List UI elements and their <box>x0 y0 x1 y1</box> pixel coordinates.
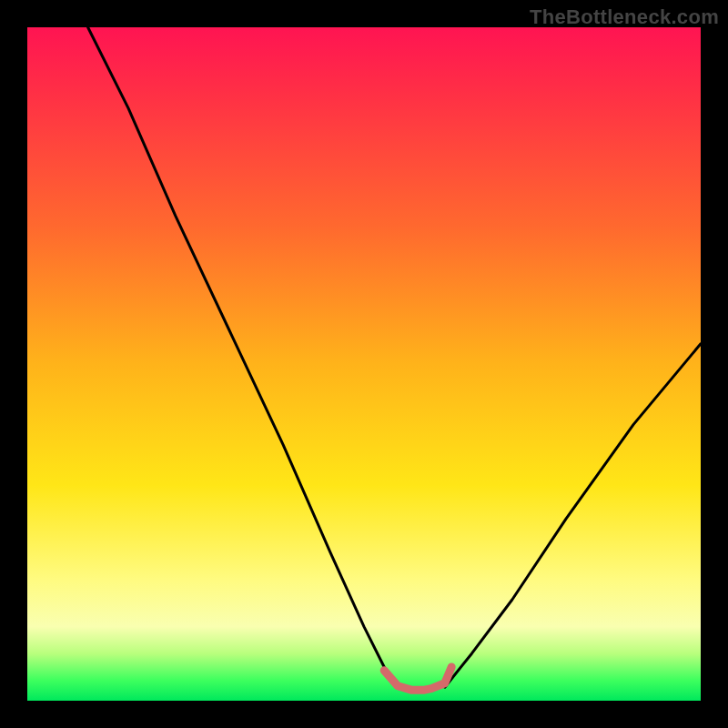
watermark-text: TheBottleneck.com <box>530 5 719 29</box>
left-curve <box>88 27 398 687</box>
curve-layer <box>27 27 701 701</box>
chart-container: TheBottleneck.com <box>0 0 728 728</box>
right-curve <box>445 344 701 687</box>
trough-highlight <box>384 667 451 690</box>
plot-area <box>27 27 701 701</box>
